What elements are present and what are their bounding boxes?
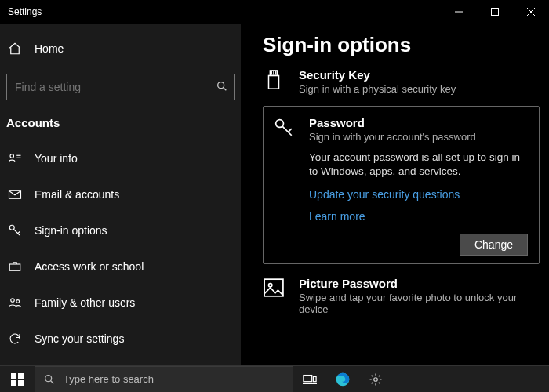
mail-icon [8,187,22,201]
briefcase-icon [8,260,22,274]
svg-point-13 [16,300,20,303]
option-desc: Swipe and tap your favorite photo to unl… [299,292,534,315]
sidebar-item-sync-settings[interactable]: Sync your settings [0,321,241,357]
sidebar-item-email-accounts[interactable]: Email & accounts [0,176,241,212]
task-view-button[interactable] [293,366,326,393]
svg-point-21 [269,284,272,287]
option-password-expanded: Password Sign in with your account's pas… [263,106,540,264]
window-controls [441,0,549,24]
svg-rect-11 [9,264,20,270]
sidebar-item-label: Sync your settings [35,332,124,345]
search-container [6,74,235,100]
key-icon [273,118,295,138]
svg-rect-24 [11,380,16,386]
maximize-button[interactable] [477,0,513,24]
sidebar-item-label: Access work or school [35,260,144,273]
change-button[interactable]: Change [460,234,528,256]
option-security-key[interactable]: Security Key Sign in with a physical sec… [263,62,540,101]
option-title: Password [309,116,476,129]
option-desc: Sign in with your account's password [309,131,476,143]
svg-rect-15 [269,75,279,89]
sidebar-item-family-users[interactable]: Family & other users [0,285,241,321]
sync-icon [8,332,22,346]
sidebar-item-label: Email & accounts [35,188,119,201]
svg-rect-20 [264,280,283,297]
key-icon [8,223,22,238]
page-title: Sign-in options [263,33,540,57]
search-icon [216,80,228,93]
svg-rect-23 [18,373,24,379]
start-button[interactable] [0,366,35,393]
home-icon [8,42,22,56]
taskbar: Type here to search [0,365,549,392]
update-security-questions-link[interactable]: Update your security questions [309,188,528,201]
sidebar: Home Accounts Your info Email & accounts [0,24,241,365]
category-heading: Accounts [0,111,241,137]
password-status-text: Your account password is all set up to s… [309,151,528,179]
picture-icon [263,278,285,297]
sidebar-item-label: Your info [35,152,78,165]
sidebar-item-access-work-school[interactable]: Access work or school [0,249,241,285]
sidebar-item-label: Sign-in options [35,224,107,237]
taskbar-search-placeholder: Type here to search [64,373,154,385]
person-card-icon [8,151,22,165]
sidebar-item-label: Family & other users [35,296,135,309]
svg-rect-29 [314,376,317,381]
main-content: Sign-in options Security Key Sign in wit… [241,24,549,365]
security-key-icon [263,70,285,90]
taskbar-search[interactable]: Type here to search [35,366,293,393]
option-desc: Sign in with a physical security key [299,83,456,95]
search-icon [43,373,56,386]
sidebar-item-sign-in-options[interactable]: Sign-in options [0,212,241,249]
svg-line-27 [51,380,54,383]
option-title: Security Key [299,68,456,82]
svg-point-4 [218,82,224,89]
svg-point-10 [9,225,14,230]
svg-point-6 [10,154,14,158]
window-title: Settings [0,6,42,17]
option-picture-password[interactable]: Picture Password Swipe and tap your favo… [263,270,540,321]
option-title: Picture Password [299,277,534,290]
svg-point-12 [11,299,15,303]
svg-rect-22 [11,373,16,379]
learn-more-link[interactable]: Learn more [309,210,528,223]
people-icon [8,296,22,310]
settings-icon[interactable] [359,366,392,393]
home-label: Home [35,42,64,55]
close-button[interactable] [513,0,549,24]
edge-icon[interactable] [326,366,359,393]
svg-point-26 [45,375,52,381]
svg-line-5 [224,88,227,91]
svg-rect-9 [9,191,21,199]
svg-point-32 [374,377,378,381]
titlebar: Settings [0,0,549,24]
svg-rect-25 [18,380,24,386]
svg-rect-28 [304,375,312,381]
sidebar-item-your-info[interactable]: Your info [0,140,241,176]
minimize-button[interactable] [441,0,477,24]
search-input[interactable] [6,74,235,100]
home-button[interactable]: Home [0,31,241,66]
svg-rect-1 [492,9,499,16]
